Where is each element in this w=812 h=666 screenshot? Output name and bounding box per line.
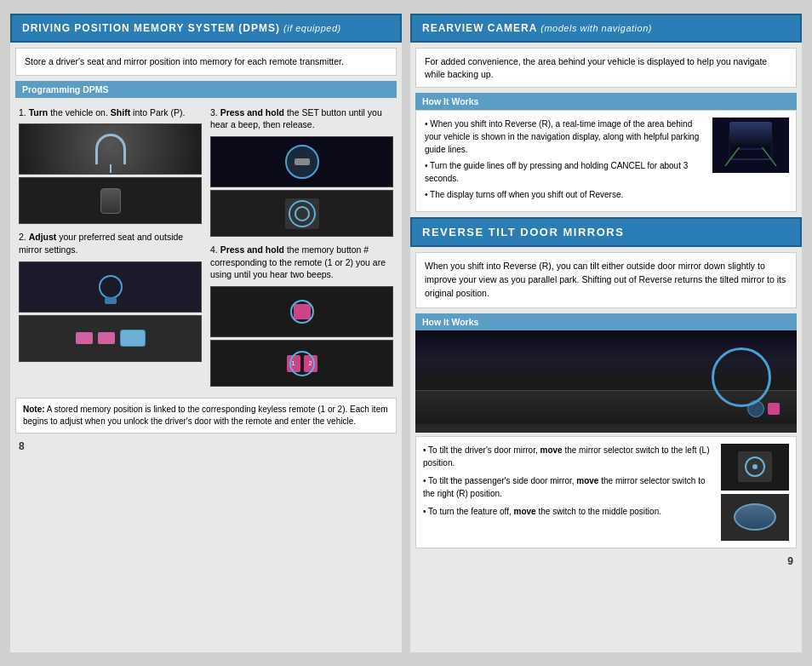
step-1-bold: Turn <box>29 107 49 118</box>
step-1-text: 1. Turn the vehicle on. Shift into Park … <box>19 105 202 121</box>
step-1-num: 1. <box>19 107 29 118</box>
ctrl-img <box>285 198 319 229</box>
step-1-rest: the vehicle on. Shift into Park (P). <box>48 107 185 118</box>
mirror-ctrl-img <box>721 444 789 491</box>
page-number-left: 8 <box>19 440 25 452</box>
step-2-text: 2. Adjust your preferred seat and outsid… <box>19 229 202 257</box>
gear-arc <box>95 134 126 164</box>
adjust-base <box>105 297 117 304</box>
step-2-num: 2. <box>19 232 29 242</box>
how-it-works-label-2: How It Works <box>422 317 478 327</box>
mem-btn-group: 1 2 <box>287 355 317 372</box>
pink-btn-2 <box>98 332 115 344</box>
reverse-info: When you shift into Reverse (R), you can… <box>415 252 797 307</box>
programming-section: 1. Turn the vehicle on. Shift into Park … <box>15 101 397 393</box>
dpms-info-box: Store a driver's seat and mirror positio… <box>15 48 397 76</box>
circle-overlay-2 <box>290 300 314 324</box>
step-2-img-1 <box>19 261 202 313</box>
mirror-side-img <box>721 494 789 541</box>
shift-knob <box>100 188 121 214</box>
how-it-works-bar-1: How It Works <box>415 93 797 110</box>
rearview-title-sub: (models with navigation) <box>540 23 652 33</box>
camera-bullet-1: When you shift into Reverse (R), a real-… <box>423 118 706 156</box>
page-container: DRIVING POSITION MEMORY SYSTEM (DPMS) (i… <box>0 0 812 666</box>
mirror-inst-2-before: • To tilt the passenger's side door mirr… <box>423 476 576 485</box>
left-panel-inner: DRIVING POSITION MEMORY SYSTEM (DPMS) (i… <box>10 14 402 456</box>
rearview-info-text: For added convenience, the area behind y… <box>425 56 767 79</box>
reverse-info-text: When you shift into Reverse (R), you can… <box>425 261 786 298</box>
mirror-car-view <box>415 330 797 433</box>
mirror-ctrl-dot <box>752 464 758 469</box>
set-btn-img <box>285 145 319 179</box>
left-panel: DRIVING POSITION MEMORY SYSTEM (DPMS) (i… <box>10 14 402 652</box>
shift-image <box>20 178 201 223</box>
right-panel: REARVIEW CAMERA (models with navigation)… <box>410 14 802 652</box>
step-4-bold: Press and hold <box>220 244 284 255</box>
dpms-title-sub: (if equipped) <box>283 23 341 33</box>
steps-left: 1. Turn the vehicle on. Shift into Park … <box>19 105 202 389</box>
camera-section-content: When you shift into Reverse (R), a real-… <box>415 110 797 212</box>
mirror-inst-3-after: the switch to the middle position. <box>536 507 661 516</box>
ctrl-pink <box>768 403 780 415</box>
step-4-img-1 <box>210 286 393 337</box>
programming-title-label: Programming DPMS <box>22 84 109 95</box>
mem-img-1 <box>211 287 392 336</box>
rearview-header: REARVIEW CAMERA (models with navigation) <box>410 14 802 43</box>
step-1-img-1 <box>19 123 202 175</box>
set-circle <box>285 145 319 179</box>
page-number-right: 9 <box>787 555 793 567</box>
step-4-text: 4. Press and hold the memory button # co… <box>210 242 393 283</box>
blue-btn <box>120 330 146 347</box>
step-3-text: 3. Press and hold the SET button until y… <box>210 105 393 133</box>
gear-image <box>20 124 201 174</box>
step-3-img-1 <box>210 136 393 187</box>
how-it-works-bar-2: How It Works <box>415 313 797 330</box>
camera-text: When you shift into Reverse (R), a real-… <box>423 118 706 204</box>
mirror-inst-1-before: • To tilt the driver's door mirror, <box>423 445 540 455</box>
camera-bullet-3-text: The display turns off when you shift out… <box>430 190 623 199</box>
dpms-info-text: Store a driver's seat and mirror positio… <box>25 56 344 66</box>
dpms-title-main: DRIVING POSITION MEMORY SYSTEM (DPMS) <box>22 22 280 34</box>
note-label: Note: <box>23 405 45 414</box>
step-1-img-2 <box>19 177 202 224</box>
mirror-inst-3: • To turn the feature off, move the swit… <box>423 505 714 518</box>
mirror-bg <box>415 330 797 424</box>
how-it-works-label-1: How It Works <box>422 96 478 106</box>
note-text: A stored memory position is linked to th… <box>23 405 388 426</box>
buttons-row <box>76 330 146 347</box>
mirror-inst-3-before: • To turn the feature off, <box>423 507 514 516</box>
mirror-main-img <box>415 330 797 433</box>
note-box: Note: A stored memory position is linked… <box>15 398 397 433</box>
rearview-car-bg <box>729 122 772 147</box>
set-inner <box>294 158 310 165</box>
adjust-circle <box>99 275 123 299</box>
steps-right: 3. Press and hold the SET button until y… <box>210 105 393 389</box>
reverse-tilt-header: REVERSE TILT DOOR MIRRORS <box>410 217 802 247</box>
step-3-img-2 <box>210 190 393 237</box>
pink-btn-1 <box>76 332 93 344</box>
reverse-tilt-title: REVERSE TILT DOOR MIRRORS <box>422 226 624 238</box>
camera-bullet-1-text: When you shift into Reverse (R), a real-… <box>425 119 699 154</box>
mirror-inst-3-bold: move <box>514 507 536 516</box>
rearview-info-box: For added convenience, the area behind y… <box>415 48 797 88</box>
mirror-inst-1-bold: move <box>540 445 563 455</box>
camera-bullet-2-text: Turn the guide lines off by pressing and… <box>425 161 688 183</box>
camera-bullet-2: Turn the guide lines off by pressing and… <box>423 159 706 185</box>
step-4-num: 4. <box>210 244 220 255</box>
mirror-inst-2-bold: move <box>576 476 598 485</box>
dpms-header: DRIVING POSITION MEMORY SYSTEM (DPMS) (i… <box>10 14 402 43</box>
mirror-inst-2: • To tilt the passenger's side door mirr… <box>423 474 714 500</box>
mirror-oval <box>734 503 776 531</box>
mirror-images <box>721 444 789 541</box>
mirror-inst-1: • To tilt the driver's door mirror, move… <box>423 444 714 469</box>
step-3-num: 3. <box>210 107 220 118</box>
step-3-bold: Press and hold <box>220 107 284 118</box>
mirror-instructions: • To tilt the driver's door mirror, move… <box>423 444 714 541</box>
circle-overlay <box>289 200 316 227</box>
programming-title: Programming DPMS <box>15 81 397 98</box>
right-panel-inner: REARVIEW CAMERA (models with navigation)… <box>410 14 802 571</box>
rearview-camera-img <box>712 118 789 173</box>
camera-bullet-3: The display turns off when you shift out… <box>423 188 706 201</box>
step-4-img-2: 1 2 <box>210 340 393 387</box>
mirror-ctrl-ring <box>745 456 765 477</box>
